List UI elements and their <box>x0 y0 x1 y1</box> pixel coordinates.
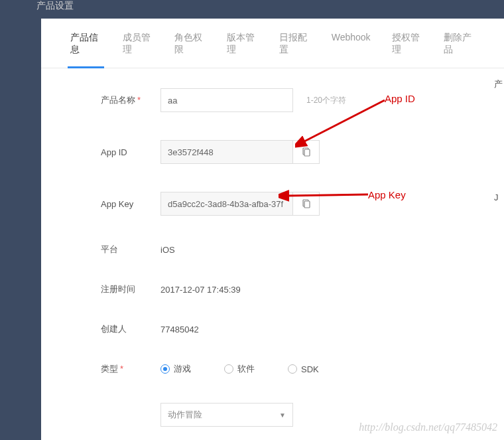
radio-type-sdk[interactable]: SDK <box>288 363 319 375</box>
label-type: 类型* <box>101 363 160 375</box>
label-app-id: App ID <box>101 147 160 157</box>
radio-type-software[interactable]: 软件 <box>224 363 255 375</box>
page-header: 产品设置 <box>0 0 504 19</box>
row-type: 类型* 游戏 软件 SDK <box>101 363 477 375</box>
tabs-bar: 产品信息 成员管理 角色权限 版本管理 日报配置 Webhook 授权管理 删除… <box>41 19 504 68</box>
radio-type-game[interactable]: 游戏 <box>160 363 191 375</box>
label-product-name: 产品名称* <box>101 94 160 106</box>
value-register-time: 2017-12-07 17:45:39 <box>160 285 241 295</box>
row-platform: 平台 iOS <box>101 244 477 256</box>
row-app-id: App ID <box>101 140 477 164</box>
radio-circle-icon <box>224 364 233 374</box>
value-creator: 77485042 <box>160 325 199 334</box>
tab-roles[interactable]: 角色权限 <box>164 19 216 68</box>
tab-delete[interactable]: 删除产品 <box>433 19 485 68</box>
copy-app-key-button[interactable] <box>293 192 320 216</box>
svg-rect-1 <box>304 149 310 156</box>
value-platform: iOS <box>160 245 175 255</box>
select-category[interactable]: 动作冒险 ▼ <box>160 403 293 427</box>
row-register-time: 注册时间 2017-12-07 17:45:39 <box>101 283 477 295</box>
tab-daily-report[interactable]: 日报配置 <box>269 19 321 68</box>
chevron-down-icon: ▼ <box>279 411 286 419</box>
copy-icon <box>301 147 312 157</box>
label-creator: 创建人 <box>101 323 160 335</box>
side-truncated-a: 产 <box>494 78 504 90</box>
tab-webhook[interactable]: Webhook <box>321 19 381 68</box>
label-app-key: App Key <box>101 199 160 209</box>
radio-group-type: 游戏 软件 SDK <box>160 363 319 375</box>
radio-circle-icon <box>288 364 297 374</box>
svg-rect-3 <box>304 201 310 208</box>
row-creator: 创建人 77485042 <box>101 323 477 335</box>
tab-members[interactable]: 成员管理 <box>112 19 164 68</box>
row-category: 动作冒险 ▼ <box>101 403 477 427</box>
radio-circle-icon <box>160 364 170 374</box>
row-product-name: 产品名称* 1-20个字符 <box>101 88 477 112</box>
main-panel: 产品信息 成员管理 角色权限 版本管理 日报配置 Webhook 授权管理 删除… <box>41 19 504 440</box>
hint-product-name: 1-20个字符 <box>306 95 346 106</box>
row-app-key: App Key <box>101 192 477 216</box>
input-product-name[interactable] <box>160 88 293 112</box>
copy-app-id-button[interactable] <box>293 140 320 164</box>
input-app-key <box>160 192 293 216</box>
side-truncated-b: J <box>494 192 504 202</box>
tab-versions[interactable]: 版本管理 <box>216 19 269 68</box>
input-app-id <box>160 140 293 164</box>
copy-icon <box>301 198 312 209</box>
tab-auth[interactable]: 授权管理 <box>381 19 434 68</box>
label-platform: 平台 <box>101 244 160 256</box>
page-title: 产品设置 <box>36 0 74 11</box>
tab-product-info[interactable]: 产品信息 <box>60 19 112 68</box>
label-register-time: 注册时间 <box>101 283 160 295</box>
form-area: 产品名称* 1-20个字符 App ID App Key <box>41 68 504 427</box>
